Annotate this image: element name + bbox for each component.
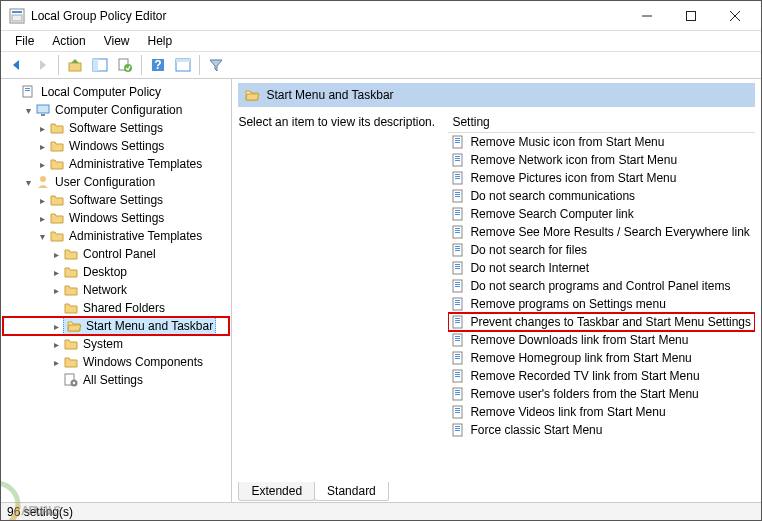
setting-item[interactable]: Do not search communications [448,187,755,205]
chevron-right-icon[interactable]: ▸ [49,285,63,296]
setting-item[interactable]: Remove Recorded TV link from Start Menu [448,367,755,385]
up-button[interactable] [63,53,87,77]
setting-label: Do not search for files [470,243,587,257]
tree-pane[interactable]: Local Computer Policy ▾ Computer Configu… [1,79,232,504]
column-header-setting[interactable]: Setting [448,111,755,133]
tree-computer-config[interactable]: ▾ Computer Configuration [3,101,229,119]
menu-action[interactable]: Action [44,32,93,50]
svg-rect-80 [455,376,460,377]
setting-item[interactable]: Remove Music icon from Start Menu [448,133,755,151]
svg-rect-44 [455,214,460,215]
svg-rect-9 [93,59,98,71]
policy-item-icon [452,333,466,347]
svg-rect-7 [69,63,81,71]
properties-button[interactable] [113,53,137,77]
chevron-right-icon[interactable]: ▸ [49,321,63,332]
chevron-down-icon[interactable]: ▾ [21,105,35,116]
setting-item[interactable]: Remove Videos link from Start Menu [448,403,755,421]
setting-item[interactable]: Prevent changes to Taskbar and Start Men… [448,313,755,331]
back-button[interactable] [5,53,29,77]
setting-item[interactable]: Force classic Start Menu [448,421,755,439]
setting-label: Remove user's folders from the Start Men… [470,387,698,401]
chevron-down-icon[interactable]: ▾ [21,177,35,188]
policy-item-icon [452,351,466,365]
svg-rect-75 [455,356,460,357]
tree-label: Shared Folders [83,301,165,315]
tree-item[interactable]: ▸Control Panel [3,245,229,263]
options-button[interactable] [171,53,195,77]
tree-item[interactable]: ▸Network [3,281,229,299]
tree-item[interactable]: ▸Windows Settings [3,137,229,155]
policy-item-icon [452,423,466,437]
tree-item[interactable]: Shared Folders [3,299,229,317]
filter-button[interactable] [204,53,228,77]
setting-item[interactable]: Remove programs on Settings menu [448,295,755,313]
tree-user-config[interactable]: ▾ User Configuration [3,173,229,191]
chevron-right-icon[interactable]: ▸ [49,249,63,260]
tree-item[interactable]: ▸Windows Settings [3,209,229,227]
chevron-right-icon[interactable]: ▸ [35,213,49,224]
chevron-down-icon[interactable]: ▾ [35,231,49,242]
setting-item[interactable]: Do not search programs and Control Panel… [448,277,755,295]
close-button[interactable] [713,2,757,30]
svg-point-21 [40,176,46,182]
svg-rect-16 [23,86,32,97]
setting-item[interactable]: Do not search for files [448,241,755,259]
tab-extended[interactable]: Extended [238,482,315,501]
folder-icon [63,354,79,370]
show-hide-tree-button[interactable] [88,53,112,77]
svg-rect-1 [12,11,22,13]
setting-item[interactable]: Remove Search Computer link [448,205,755,223]
help-button[interactable]: ? [146,53,170,77]
forward-button[interactable] [30,53,54,77]
content-title: Start Menu and Taskbar [266,88,393,102]
tree-item[interactable]: ▸Software Settings [3,191,229,209]
svg-rect-76 [455,358,460,359]
svg-text:?: ? [154,58,161,72]
tree-item[interactable]: ▸Administrative Templates [3,155,229,173]
svg-rect-51 [455,248,460,249]
tree-item[interactable]: ▸Software Settings [3,119,229,137]
policy-item-icon [452,207,466,221]
tree-item-start-menu-taskbar[interactable]: ▸Start Menu and Taskbar [3,317,229,335]
setting-item[interactable]: Remove Homegroup link from Start Menu [448,349,755,367]
chevron-right-icon[interactable]: ▸ [35,141,49,152]
maximize-button[interactable] [669,2,713,30]
tab-standard[interactable]: Standard [314,482,389,501]
setting-item[interactable]: Remove Pictures icon from Start Menu [448,169,755,187]
tree-root[interactable]: Local Computer Policy [3,83,229,101]
setting-item[interactable]: Do not search Internet [448,259,755,277]
settings-list-body[interactable]: Remove Music icon from Start MenuRemove … [448,133,755,482]
chevron-right-icon[interactable]: ▸ [35,195,49,206]
svg-rect-38 [455,192,460,193]
policy-item-icon [452,153,466,167]
setting-item[interactable]: Remove See More Results / Search Everywh… [448,223,755,241]
setting-label: Remove Network icon from Start Menu [470,153,677,167]
chevron-right-icon[interactable]: ▸ [49,267,63,278]
tree-label: Start Menu and Taskbar [86,319,213,333]
tree-admin-templates[interactable]: ▾Administrative Templates [3,227,229,245]
chevron-right-icon[interactable]: ▸ [49,357,63,368]
svg-rect-35 [455,176,460,177]
menu-file[interactable]: File [7,32,42,50]
folder-icon [49,120,65,136]
setting-item[interactable]: Remove user's folders from the Start Men… [448,385,755,403]
minimize-button[interactable] [625,2,669,30]
policy-item-icon [452,189,466,203]
policy-item-icon [452,387,466,401]
tree-item[interactable]: ▸Desktop [3,263,229,281]
svg-rect-59 [455,284,460,285]
chevron-right-icon[interactable]: ▸ [49,339,63,350]
tree-item-all-settings[interactable]: All Settings [3,371,229,389]
svg-rect-39 [455,194,460,195]
tree-item[interactable]: ▸Windows Components [3,353,229,371]
chevron-right-icon[interactable]: ▸ [35,123,49,134]
policy-item-icon [452,369,466,383]
setting-item[interactable]: Remove Network icon from Start Menu [448,151,755,169]
chevron-right-icon[interactable]: ▸ [35,159,49,170]
tree-item[interactable]: ▸System [3,335,229,353]
menu-help[interactable]: Help [140,32,181,50]
menu-view[interactable]: View [96,32,138,50]
setting-item[interactable]: Remove Downloads link from Start Menu [448,331,755,349]
tree-label: Windows Components [83,355,203,369]
